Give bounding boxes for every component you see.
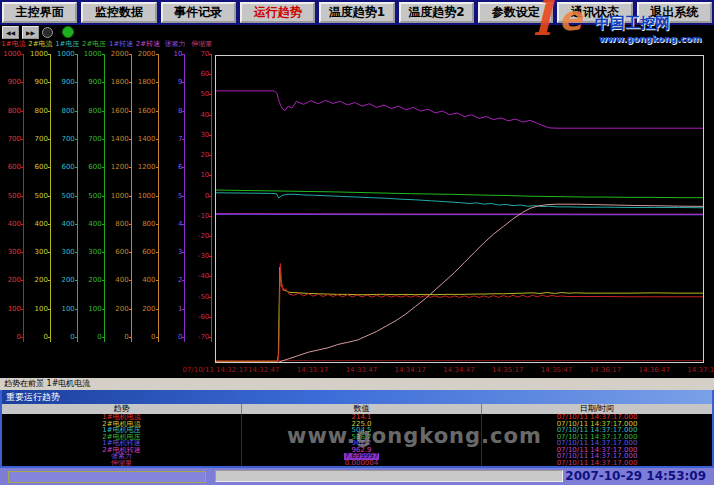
axis-tick-mark xyxy=(75,111,78,112)
axis-tick-label: 2000 xyxy=(108,51,129,58)
axis-tick-mark xyxy=(102,224,105,225)
status-panel-left xyxy=(8,471,206,483)
axis-tick-mark xyxy=(21,252,24,253)
axis-tick-label: 200 xyxy=(27,277,48,284)
axis-tick-mark xyxy=(102,280,105,281)
axis-tick-mark xyxy=(182,280,185,281)
menu-button-1[interactable]: 监控数据 xyxy=(81,2,156,23)
axis-tick-mark xyxy=(209,276,212,277)
status-panel-middle xyxy=(215,470,563,482)
axis-line xyxy=(77,55,78,342)
axis-tick-label: 1000 xyxy=(81,51,102,58)
axis-tick-mark xyxy=(102,196,105,197)
curve-2#电机电流 xyxy=(216,267,703,361)
axis-tick-mark xyxy=(156,196,159,197)
axis-tick-mark xyxy=(156,111,159,112)
axis-tick-label: 1600 xyxy=(108,108,129,115)
axis-tick-label: 600 xyxy=(81,164,102,171)
axis-tick-label: 1600 xyxy=(135,108,156,115)
axis-header: 1#电流 xyxy=(0,39,27,49)
menu-button-0[interactable]: 主控界面 xyxy=(2,2,77,23)
axis-tick-mark xyxy=(75,252,78,253)
axis-tick-label: 800 xyxy=(27,108,48,115)
run-led-icon xyxy=(62,26,74,38)
axis-tick-label: 2 xyxy=(161,277,182,284)
time-tick-label: 14:35:47 xyxy=(541,366,572,374)
axis-tick-label: 0 xyxy=(188,193,209,200)
axis-tick-label: 300 xyxy=(27,249,48,256)
axis-tick-mark xyxy=(102,111,105,112)
axis-tick-mark xyxy=(102,167,105,168)
axis-tick-mark xyxy=(156,224,159,225)
axis-header: 1#电压 xyxy=(54,39,81,49)
axis-tick-mark xyxy=(48,337,51,338)
curve-伸缩量 xyxy=(279,204,703,362)
menu-button-7[interactable]: 通讯状态 xyxy=(557,2,632,23)
axis-line xyxy=(23,55,24,342)
axis-tick-mark xyxy=(129,309,132,310)
menu-button-3[interactable]: 运行趋势 xyxy=(240,2,315,23)
axis-tick-label: -40 xyxy=(188,273,209,280)
axis-tick-mark xyxy=(21,280,24,281)
axis-tick-mark xyxy=(209,196,212,197)
trend-toolbar: ◀◀ ▶▶ xyxy=(2,26,74,38)
axis-tick-label: 8 xyxy=(161,108,182,115)
value-axis-5: 2#转速200018001600140012001000800600400200… xyxy=(135,38,162,370)
axis-tick-mark xyxy=(75,139,78,140)
axis-tick-label: 2000 xyxy=(135,51,156,58)
axis-tick-label: 300 xyxy=(54,249,75,256)
axis-tick-label: 700 xyxy=(54,136,75,143)
axis-tick-label: 6 xyxy=(161,164,182,171)
menu-button-2[interactable]: 事件记录 xyxy=(161,2,236,23)
axis-tick-label: 600 xyxy=(0,164,21,171)
axis-tick-mark xyxy=(209,216,212,217)
axis-tick-label: 0 xyxy=(54,334,75,341)
axis-tick-mark xyxy=(21,111,24,112)
axis-tick-mark xyxy=(182,167,185,168)
axis-tick-label: 500 xyxy=(54,193,75,200)
trend-plot-area[interactable] xyxy=(215,55,704,363)
axis-tick-mark xyxy=(102,54,105,55)
axis-tick-mark xyxy=(75,309,78,310)
foreground-trend-label: 趋势在前景 1#电机电流 xyxy=(0,378,714,390)
fast-forward-button[interactable]: ▶▶ xyxy=(22,26,39,39)
axis-tick-label: 1000 xyxy=(108,193,129,200)
axis-tick-label: 900 xyxy=(54,79,75,86)
axis-tick-mark xyxy=(48,167,51,168)
axis-tick-mark xyxy=(182,54,185,55)
axis-tick-mark xyxy=(21,54,24,55)
axis-tick-label: 900 xyxy=(27,79,48,86)
menu-button-4[interactable]: 温度趋势1 xyxy=(319,2,394,23)
axis-tick-mark xyxy=(129,167,132,168)
axis-tick-mark xyxy=(48,280,51,281)
axis-tick-label: 1000 xyxy=(54,51,75,58)
rewind-button[interactable]: ◀◀ xyxy=(2,26,19,39)
axis-line xyxy=(211,55,212,342)
stopwatch-icon[interactable] xyxy=(42,27,53,38)
axis-tick-mark xyxy=(182,224,185,225)
axis-header: 2#电压 xyxy=(81,39,108,49)
axis-tick-label: 600 xyxy=(54,164,75,171)
axis-tick-mark xyxy=(129,224,132,225)
axis-tick-mark xyxy=(21,139,24,140)
axis-line xyxy=(104,55,105,342)
menu-button-6[interactable]: 参数设定 xyxy=(478,2,553,23)
axis-tick-label: 300 xyxy=(81,249,102,256)
axis-tick-mark xyxy=(75,196,78,197)
axis-tick-mark xyxy=(209,337,212,338)
axis-tick-label: -60 xyxy=(188,314,209,321)
axis-tick-label: 1200 xyxy=(135,164,156,171)
axis-tick-label: 50 xyxy=(188,91,209,98)
axis-tick-label: 1800 xyxy=(108,79,129,86)
axis-tick-label: 10 xyxy=(161,51,182,58)
axis-tick-mark xyxy=(156,280,159,281)
axis-tick-label: 200 xyxy=(54,277,75,284)
value-axis-2: 1#电压10009008007006005004003002001000 xyxy=(54,38,81,370)
axis-tick-label: 200 xyxy=(81,277,102,284)
axis-tick-label: 1200 xyxy=(108,164,129,171)
axis-line xyxy=(50,55,51,342)
menu-button-8[interactable]: 退出系统 xyxy=(637,2,712,23)
axis-tick-label: 100 xyxy=(54,306,75,313)
legend-row-7[interactable]: 伸缩量0.00000407/10/11 14:37:17.000 xyxy=(2,460,712,467)
menu-button-5[interactable]: 温度趋势2 xyxy=(399,2,474,23)
